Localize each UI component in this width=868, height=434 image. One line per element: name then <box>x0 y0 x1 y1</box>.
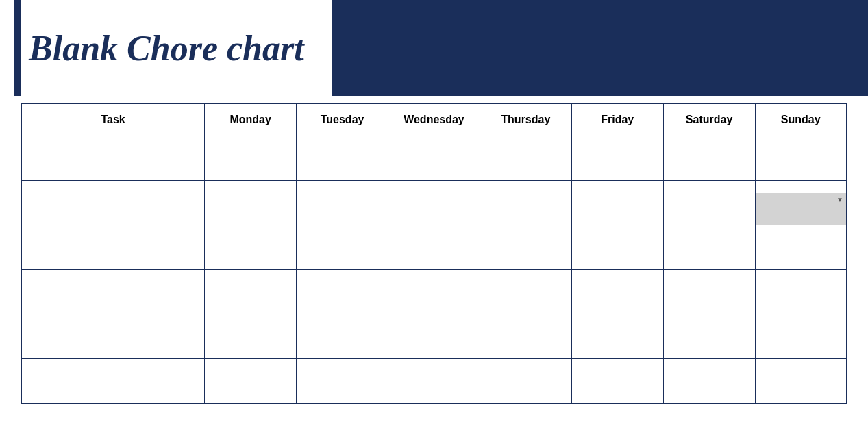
cell-saturday-2[interactable] <box>663 181 755 225</box>
cell-tuesday-4[interactable] <box>297 270 388 314</box>
cell-sunday-2[interactable]: ▼ <box>755 181 847 225</box>
col-header-monday: Monday <box>205 103 297 136</box>
cell-thursday-4[interactable] <box>480 270 571 314</box>
col-header-thursday: Thursday <box>480 103 571 136</box>
col-header-wednesday: Wednesday <box>388 103 480 136</box>
table-row <box>21 359 847 403</box>
cell-friday-6[interactable] <box>571 359 663 403</box>
cell-saturday-1[interactable] <box>663 136 755 181</box>
header-left: Blank Chore chart <box>0 0 304 96</box>
cell-tuesday-3[interactable] <box>297 225 388 270</box>
cell-sunday-6[interactable] <box>755 359 847 403</box>
cell-monday-3[interactable] <box>205 225 297 270</box>
cell-wednesday-4[interactable] <box>388 270 480 314</box>
cell-thursday-5[interactable] <box>480 314 571 359</box>
cell-sunday-1[interactable] <box>755 136 847 181</box>
page-title: Blank Chore chart <box>29 28 304 68</box>
cell-task-4[interactable] <box>21 270 205 314</box>
cell-thursday-1[interactable] <box>480 136 571 181</box>
table-row <box>21 270 847 314</box>
cell-friday-4[interactable] <box>571 270 663 314</box>
cell-friday-2[interactable] <box>571 181 663 225</box>
table-row <box>21 225 847 270</box>
cell-saturday-5[interactable] <box>663 314 755 359</box>
cell-wednesday-5[interactable] <box>388 314 480 359</box>
cell-saturday-6[interactable] <box>663 359 755 403</box>
col-header-friday: Friday <box>571 103 663 136</box>
col-header-task: Task <box>21 103 205 136</box>
cell-highlight <box>756 193 846 225</box>
table-header-row: Task Monday Tuesday Wednesday Thursday F… <box>21 103 847 136</box>
cell-sunday-3[interactable] <box>755 225 847 270</box>
cell-thursday-3[interactable] <box>480 225 571 270</box>
cell-tuesday-2[interactable] <box>297 181 388 225</box>
accent-bar <box>14 0 21 96</box>
cell-monday-5[interactable] <box>205 314 297 359</box>
cell-task-2[interactable] <box>21 181 205 225</box>
table-container: Task Monday Tuesday Wednesday Thursday F… <box>0 96 868 418</box>
cell-thursday-2[interactable] <box>480 181 571 225</box>
col-header-tuesday: Tuesday <box>297 103 388 136</box>
cell-wednesday-1[interactable] <box>388 136 480 181</box>
cell-monday-1[interactable] <box>205 136 297 181</box>
header-banner <box>332 0 868 96</box>
cell-tuesday-5[interactable] <box>297 314 388 359</box>
cell-wednesday-2[interactable] <box>388 181 480 225</box>
cell-task-1[interactable] <box>21 136 205 181</box>
table-row <box>21 314 847 359</box>
cell-friday-3[interactable] <box>571 225 663 270</box>
cell-sunday-5[interactable] <box>755 314 847 359</box>
cell-wednesday-6[interactable] <box>388 359 480 403</box>
table-row <box>21 136 847 181</box>
cell-tuesday-1[interactable] <box>297 136 388 181</box>
cell-task-6[interactable] <box>21 359 205 403</box>
cell-tuesday-6[interactable] <box>297 359 388 403</box>
chore-chart-table: Task Monday Tuesday Wednesday Thursday F… <box>21 103 847 404</box>
col-header-sunday: Sunday <box>755 103 847 136</box>
cell-thursday-6[interactable] <box>480 359 571 403</box>
table-row: ▼ <box>21 181 847 225</box>
page-header: Blank Chore chart <box>0 0 868 96</box>
cell-wednesday-3[interactable] <box>388 225 480 270</box>
cell-saturday-3[interactable] <box>663 225 755 270</box>
cell-friday-1[interactable] <box>571 136 663 181</box>
cell-monday-4[interactable] <box>205 270 297 314</box>
cell-sunday-4[interactable] <box>755 270 847 314</box>
cell-task-3[interactable] <box>21 225 205 270</box>
col-header-saturday: Saturday <box>663 103 755 136</box>
cell-task-5[interactable] <box>21 314 205 359</box>
cell-monday-2[interactable] <box>205 181 297 225</box>
cell-monday-6[interactable] <box>205 359 297 403</box>
cell-saturday-4[interactable] <box>663 270 755 314</box>
scroll-down-icon: ▼ <box>835 194 845 204</box>
cell-friday-5[interactable] <box>571 314 663 359</box>
